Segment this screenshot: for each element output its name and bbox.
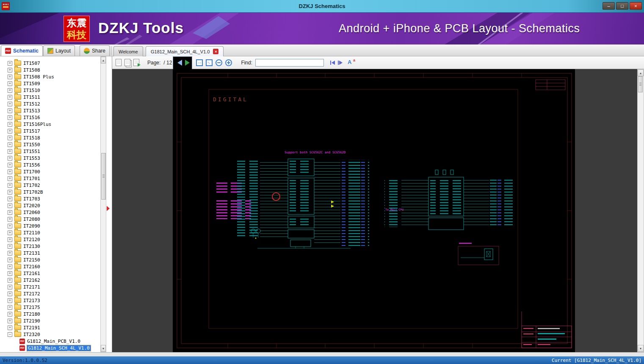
scroll-down-icon[interactable]	[101, 345, 106, 352]
tree-folder-row[interactable]: IT1702	[0, 182, 100, 189]
folder-icon	[14, 122, 21, 127]
brand-title: DZKJ Tools	[98, 19, 184, 36]
tree-file-row[interactable]: PDF G1812_Main_PCB_V1.0	[0, 338, 100, 345]
tree-folder-row[interactable]: IT2171	[0, 283, 100, 290]
tree-folder-row[interactable]: IT2131	[0, 250, 100, 256]
tree-folder-row[interactable]: IT1513	[0, 107, 100, 114]
folder-label: IT1700	[23, 169, 40, 175]
support-note: Support both SC6562C and SC6562D	[285, 150, 346, 154]
secondary-ic-right-labels	[490, 178, 513, 227]
folder-icon	[14, 291, 21, 296]
maximize-button[interactable]: □	[616, 2, 628, 10]
folder-label: IT2150	[23, 257, 40, 263]
fit-width-icon[interactable]	[196, 59, 203, 66]
tree-folder-row[interactable]: IT2172	[0, 290, 100, 297]
folder-label: IT2191	[23, 325, 40, 331]
folder-label: IT2175	[23, 305, 40, 310]
find-previous-icon[interactable]	[330, 61, 335, 65]
main-ic-right-labels	[341, 160, 369, 246]
sidebar-scrollbar-thumb[interactable]	[101, 153, 106, 200]
tree-folder-row[interactable]: IT1508	[0, 67, 100, 73]
tree-folder-row[interactable]: IT1509	[0, 80, 100, 87]
scroll-up-icon[interactable]	[101, 57, 106, 64]
doc-tab-close-icon[interactable]: ×	[213, 49, 218, 54]
tree-folder-row[interactable]: IT1700	[0, 168, 100, 175]
folder-label: IT1516	[23, 115, 40, 120]
tree-folder-row[interactable]: IT1556	[0, 161, 100, 168]
tree-folder-row[interactable]: IT1512	[0, 100, 100, 107]
find-next-icon[interactable]	[338, 61, 343, 65]
horizontal-scrollbar[interactable]	[0, 352, 644, 356]
tree-folder-row[interactable]: IT2191	[0, 324, 100, 331]
match-case-icon[interactable]	[347, 59, 356, 66]
tree-folder-row[interactable]: IT2090	[0, 222, 100, 229]
viewer-scrollbar-thumb[interactable]	[638, 76, 643, 92]
tree-folder-row[interactable]: IT1701	[0, 175, 100, 182]
tree-folder-row[interactable]: IT2175	[0, 304, 100, 311]
doc-tab-welcome[interactable]: Welcome	[113, 46, 143, 56]
folder-icon	[14, 74, 21, 79]
tree-folder-row[interactable]: IT2161	[0, 270, 100, 277]
tree-folder-row[interactable]: IT2190	[0, 317, 100, 324]
page-label: Page:	[147, 60, 160, 66]
doc-tab-active[interactable]: G1812_Main_SCH_4L_V1.0 ×	[146, 46, 224, 56]
tree-folder-row[interactable]: IT2150	[0, 256, 100, 263]
tree-folder-row[interactable]: IT1508 Plus	[0, 73, 100, 80]
tree-folder-row[interactable]: IT1507	[0, 60, 100, 67]
folder-icon	[14, 149, 21, 154]
minimize-button[interactable]: –	[603, 2, 615, 10]
tree-folder-row[interactable]: IT2173	[0, 297, 100, 304]
schematic-viewer[interactable]: DIGITAL Support both SC6562C and SC6562D	[112, 69, 644, 352]
tree-folder-row[interactable]: IT1518	[0, 134, 100, 141]
next-page-icon[interactable]	[185, 60, 190, 66]
previous-page-icon[interactable]	[177, 60, 182, 66]
sidebar-scrollbar[interactable]	[100, 56, 106, 352]
single-page-view-icon[interactable]	[116, 59, 122, 66]
folder-label: IT2130	[23, 244, 40, 249]
tree-folder-row[interactable]: IT2162	[0, 277, 100, 283]
tab-share[interactable]: Share	[80, 45, 110, 56]
page-refresh-icon[interactable]	[133, 59, 139, 66]
tab-schematic[interactable]: PDF Schematic	[1, 45, 43, 56]
folder-icon	[14, 189, 21, 195]
folder-icon	[14, 318, 21, 323]
tree-folder-row[interactable]: IT2160	[0, 263, 100, 270]
tree-folder-row-expanded[interactable]: IT2320	[0, 331, 100, 338]
tree-folder-row[interactable]: IT1553	[0, 155, 100, 161]
doc-tab-active-label: G1812_Main_SCH_4L_V1.0	[151, 49, 210, 54]
tree-folder-row[interactable]: IT1517	[0, 128, 100, 134]
tree-folder-row[interactable]: IT1702B	[0, 189, 100, 195]
tree-folder-row[interactable]: IT2120	[0, 236, 100, 243]
tree-folder-row[interactable]: IT1516	[0, 114, 100, 121]
tree-folder-row[interactable]: IT2110	[0, 229, 100, 236]
fit-page-icon[interactable]	[206, 59, 213, 66]
tree-folder-row[interactable]: IT1551	[0, 148, 100, 155]
schematic-page[interactable]: DIGITAL Support both SC6562C and SC6562D	[173, 69, 575, 352]
scroll-down-icon[interactable]	[638, 345, 644, 352]
find-input[interactable]	[255, 59, 324, 67]
zoom-out-icon[interactable]	[216, 59, 222, 66]
folder-label: IT1702B	[23, 189, 43, 195]
zoom-in-icon[interactable]	[225, 59, 232, 66]
splitter-collapse-arrow[interactable]	[107, 206, 110, 211]
tree-folder-row[interactable]: IT2180	[0, 311, 100, 317]
tree-file-row-selected[interactable]: PDF G1812_Main_SCH_4L_V1.0	[0, 345, 100, 351]
tree-folder-row[interactable]: IT1510	[0, 87, 100, 94]
tree-folder-row[interactable]: IT1516Plus	[0, 121, 100, 128]
tab-layout[interactable]: Layout	[43, 45, 75, 56]
tab-bar: PDF Schematic Layout Share Welcome G1812…	[0, 44, 644, 56]
tree-folder-row[interactable]: IT1511	[0, 94, 100, 100]
close-button[interactable]: ×	[630, 2, 642, 10]
tree-folder-row[interactable]: IT2020	[0, 202, 100, 209]
tree-folder-row[interactable]: IT1703	[0, 195, 100, 202]
folder-label: IT2160	[23, 264, 40, 270]
tree-folder-row[interactable]: IT2080	[0, 216, 100, 222]
titlebar[interactable]: DZKJ Schematics – □ ×	[0, 0, 644, 13]
tree-folder-row[interactable]: IT2130	[0, 243, 100, 250]
tree-folder-row[interactable]: IT2060	[0, 209, 100, 216]
scroll-up-icon[interactable]	[638, 69, 644, 76]
multi-page-view-icon[interactable]	[124, 59, 130, 66]
tree-folder-row[interactable]: IT1550	[0, 141, 100, 148]
viewer-scrollbar[interactable]	[637, 69, 644, 352]
folder-icon	[14, 81, 21, 86]
